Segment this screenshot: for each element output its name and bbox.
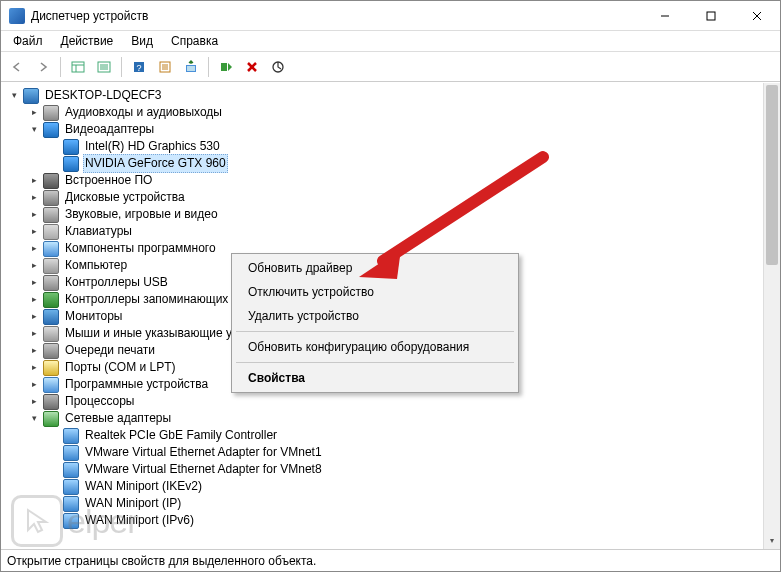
monitor-icon xyxy=(43,309,59,325)
toolbar-properties-button[interactable] xyxy=(153,55,177,79)
toolbar-forward-button[interactable] xyxy=(31,55,55,79)
app-icon xyxy=(9,8,25,24)
svg-rect-18 xyxy=(187,66,195,71)
expand-icon[interactable]: ▸ xyxy=(27,225,41,239)
scroll-down-icon[interactable]: ▾ xyxy=(764,532,780,549)
collapse-icon[interactable]: ▾ xyxy=(7,89,21,103)
minimize-button[interactable] xyxy=(642,1,688,30)
scrollbar-thumb[interactable] xyxy=(766,85,778,265)
tree-device-intel-hd[interactable]: Intel(R) HD Graphics 530 xyxy=(3,138,763,155)
tree-label: WAN Miniport (IP) xyxy=(83,495,183,512)
usb-icon xyxy=(43,275,59,291)
tree-category-processors[interactable]: ▸ Процессоры xyxy=(3,393,763,410)
toolbar-uninstall-button[interactable] xyxy=(240,55,264,79)
status-text: Открытие страницы свойств для выделенног… xyxy=(7,554,316,568)
expand-icon[interactable]: ▸ xyxy=(27,293,41,307)
toolbar-sep xyxy=(60,57,61,77)
toolbar-enable-button[interactable] xyxy=(214,55,238,79)
menu-action[interactable]: Действие xyxy=(53,32,122,50)
printer-icon xyxy=(43,343,59,359)
context-menu: Обновить драйвер Отключить устройство Уд… xyxy=(231,253,519,393)
ctx-disable-device[interactable]: Отключить устройство xyxy=(234,280,516,304)
expand-icon[interactable]: ▸ xyxy=(27,259,41,273)
ctx-update-driver[interactable]: Обновить драйвер xyxy=(234,256,516,280)
tree-device-wan-ipv6[interactable]: WAN Miniport (IPv6) xyxy=(3,512,763,529)
tree-label: Компоненты программного xyxy=(63,240,218,257)
tree-label: VMware Virtual Ethernet Adapter for VMne… xyxy=(83,461,324,478)
expand-icon[interactable]: ▸ xyxy=(27,310,41,324)
tree-device-wan-ip[interactable]: WAN Miniport (IP) xyxy=(3,495,763,512)
tree-category-firmware[interactable]: ▸ Встроенное ПО xyxy=(3,172,763,189)
nic-icon xyxy=(63,462,79,478)
tree-label: Контроллеры USB xyxy=(63,274,170,291)
disk-icon xyxy=(43,190,59,206)
ctx-scan-hardware[interactable]: Обновить конфигурацию оборудования xyxy=(234,335,516,359)
ctx-separator xyxy=(236,362,514,363)
tree-category-sound[interactable]: ▸ Звуковые, игровые и видео xyxy=(3,206,763,223)
tree-category-video[interactable]: ▾ Видеоадаптеры xyxy=(3,121,763,138)
expand-icon[interactable]: ▸ xyxy=(27,327,41,341)
toggle-spacer xyxy=(47,463,61,477)
tree-label: Процессоры xyxy=(63,393,137,410)
tree-root-label: DESKTOP-LDQECF3 xyxy=(43,87,163,104)
tree-category-network[interactable]: ▾ Сетевые адаптеры xyxy=(3,410,763,427)
collapse-icon[interactable]: ▾ xyxy=(27,123,41,137)
expand-icon[interactable]: ▸ xyxy=(27,361,41,375)
tree-device-vmnet1[interactable]: VMware Virtual Ethernet Adapter for VMne… xyxy=(3,444,763,461)
svg-rect-19 xyxy=(221,63,227,71)
sound-icon xyxy=(43,207,59,223)
toolbar-update-button[interactable] xyxy=(179,55,203,79)
display-adapter-icon xyxy=(63,156,79,172)
tree-device-vmnet8[interactable]: VMware Virtual Ethernet Adapter for VMne… xyxy=(3,461,763,478)
collapse-icon[interactable]: ▾ xyxy=(27,412,41,426)
nic-icon xyxy=(63,496,79,512)
menubar: Файл Действие Вид Справка xyxy=(1,31,780,52)
display-adapter-icon xyxy=(63,139,79,155)
tree-label: Компьютер xyxy=(63,257,129,274)
content-area: ▾ DESKTOP-LDQECF3 ▸ Аудиовходы и аудиовы… xyxy=(1,82,780,549)
window-controls xyxy=(642,1,780,30)
nic-icon xyxy=(63,428,79,444)
tree-category-audio[interactable]: ▸ Аудиовходы и аудиовыходы xyxy=(3,104,763,121)
toggle-spacer xyxy=(47,140,61,154)
expand-icon[interactable]: ▸ xyxy=(27,191,41,205)
expand-icon[interactable]: ▸ xyxy=(27,208,41,222)
expand-icon[interactable]: ▸ xyxy=(27,395,41,409)
tree-category-disks[interactable]: ▸ Дисковые устройства xyxy=(3,189,763,206)
tree-root[interactable]: ▾ DESKTOP-LDQECF3 xyxy=(3,87,763,104)
tree-device-realtek-nic[interactable]: Realtek PCIe GbE Family Controller xyxy=(3,427,763,444)
toolbar-scan-button[interactable] xyxy=(266,55,290,79)
tree-device-wan-ikev2[interactable]: WAN Miniport (IKEv2) xyxy=(3,478,763,495)
window-title: Диспетчер устройств xyxy=(31,9,148,23)
ctx-uninstall-device[interactable]: Удалить устройство xyxy=(234,304,516,328)
toolbar-help-button[interactable]: ? xyxy=(127,55,151,79)
expand-icon[interactable]: ▸ xyxy=(27,106,41,120)
menu-file[interactable]: Файл xyxy=(5,32,51,50)
tree-category-keyboards[interactable]: ▸ Клавиатуры xyxy=(3,223,763,240)
expand-icon[interactable]: ▸ xyxy=(27,344,41,358)
tree-device-nvidia-gtx960[interactable]: NVIDIA GeForce GTX 960 xyxy=(3,155,763,172)
statusbar: Открытие страницы свойств для выделенног… xyxy=(1,549,780,571)
expand-icon[interactable]: ▸ xyxy=(27,276,41,290)
svg-rect-1 xyxy=(707,12,715,20)
toggle-spacer xyxy=(47,429,61,443)
toolbar-view-button[interactable] xyxy=(66,55,90,79)
toolbar-back-button[interactable] xyxy=(5,55,29,79)
toggle-spacer xyxy=(47,157,61,171)
ctx-separator xyxy=(236,331,514,332)
expand-icon[interactable]: ▸ xyxy=(27,378,41,392)
expand-icon[interactable]: ▸ xyxy=(27,242,41,256)
vertical-scrollbar[interactable]: ▾ xyxy=(763,83,780,549)
maximize-button[interactable] xyxy=(688,1,734,30)
computer-icon xyxy=(23,88,39,104)
ctx-properties[interactable]: Свойства xyxy=(234,366,516,390)
tree-label: Очереди печати xyxy=(63,342,157,359)
expand-icon[interactable]: ▸ xyxy=(27,174,41,188)
tree-label: VMware Virtual Ethernet Adapter for VMne… xyxy=(83,444,324,461)
menu-view[interactable]: Вид xyxy=(123,32,161,50)
close-button[interactable] xyxy=(734,1,780,30)
tree-label: NVIDIA GeForce GTX 960 xyxy=(83,154,228,173)
tree-label: Программные устройства xyxy=(63,376,210,393)
toolbar-list-button[interactable] xyxy=(92,55,116,79)
menu-help[interactable]: Справка xyxy=(163,32,226,50)
